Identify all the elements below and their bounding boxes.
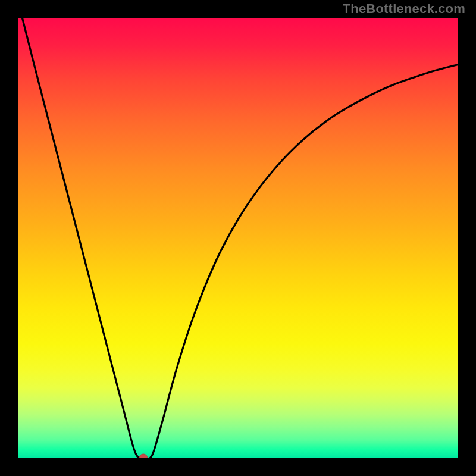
- bottleneck-curve-path: [22, 18, 458, 458]
- chart-frame: TheBottleneck.com: [0, 0, 476, 476]
- watermark-text: TheBottleneck.com: [343, 1, 465, 17]
- minimum-marker: [139, 454, 148, 458]
- curve-svg: [18, 18, 458, 458]
- plot-area: [18, 18, 458, 458]
